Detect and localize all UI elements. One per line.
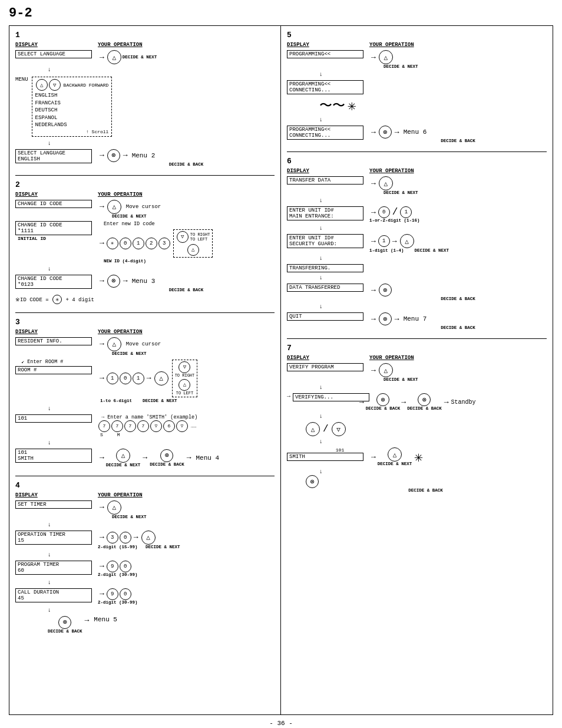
s6-back-btn1: ⊗: [379, 284, 392, 297]
s6-back-label1: DECIDE & BACK: [369, 297, 547, 301]
section-6-headers: DISPLAY YOUR OPERATION: [287, 168, 547, 174]
s2-enter-note: Enter new ID code: [104, 221, 275, 227]
page-footer: - 36 -: [9, 720, 553, 727]
s1-arrow2: →: [100, 151, 104, 160]
op-label-6: YOUR OPERATION: [369, 168, 414, 174]
section-6: 6 DISPLAY YOUR OPERATION TRANSFER DATA →…: [287, 157, 547, 330]
s1-display1: SELECT LANGUAGE: [15, 50, 98, 58]
s6-back-btn2: ⊗: [379, 312, 392, 325]
s6-box3: ENTER UNIT ID# SECURITY GUARD:: [287, 234, 363, 248]
section-4-headers: DISPLAY YOUR OPERATION: [15, 492, 275, 498]
s3-move-note: Move cursor: [126, 341, 161, 347]
section-3-headers: DISPLAY YOUR OPERATION: [15, 329, 275, 335]
page-title: 9-2: [9, 6, 553, 21]
s1-decide-label1: DECIDE & NEXT: [123, 55, 157, 60]
s7-arrow3: →: [401, 398, 406, 407]
s7-back-label2: DECIDE & BACK: [407, 406, 442, 411]
section-4: 4 DISPLAY YOUR OPERATION SET TIMER → △: [15, 481, 275, 634]
left-column: 1 DISPLAY YOUR OPERATION SELECT LANGUAGE…: [9, 26, 281, 714]
s3-digit-label: 1-to 6-digit DECIDE & NEXT: [100, 398, 275, 403]
s6-step2: ENTER UNIT ID# MAIN ENTRANCE: → 0 / 1 1-…: [287, 206, 547, 223]
s6-down4: ↓: [319, 275, 547, 281]
s6-btn0: 0: [378, 206, 390, 218]
s4-arrow4: →: [100, 562, 104, 571]
section-2: 2 DISPLAY YOUR OPERATION CHANGE ID CODE …: [15, 180, 275, 304]
s6-display3: ENTER UNIT ID# SECURITY GUARD:: [287, 234, 369, 248]
s7-dn-btn: ▽: [332, 422, 346, 436]
s4-display3: PROGRAM TIMER 60: [15, 561, 98, 575]
s4-op2: → 3 0 → △ 2-digit (15-99) DECIDE & NEXT: [98, 531, 275, 549]
s6-step3: ENTER UNIT ID# SECURITY GUARD: → 1 → △ 1…: [287, 234, 547, 253]
s5-box2: PROGRAMMING<< CONNECTING...: [287, 80, 363, 94]
s5-arrow4: →: [395, 128, 399, 137]
s6-down1: ↓: [319, 197, 547, 204]
s3-arrow6: →: [187, 453, 191, 462]
op-label-7: YOUR OPERATION: [369, 355, 414, 361]
s5-down2: ↓: [319, 117, 547, 123]
s3-arrow2: →: [100, 374, 104, 383]
op-label-5: YOUR OPERATION: [369, 42, 414, 48]
s3-arrow5: →: [143, 453, 147, 462]
s5-down1: ↓: [319, 71, 547, 78]
display-label-3: DISPLAY: [15, 329, 98, 335]
s3-decide-btn1: △: [107, 337, 121, 351]
s6-step5: DATA TRANSFERRED → ⊗ DECIDE & BACK: [287, 284, 547, 301]
s7-op1: → △ DECIDE & NEXT: [369, 363, 547, 382]
s3-btn1b: 1: [133, 373, 144, 384]
s4-op1: → △ DECIDE & NEXT: [98, 500, 275, 519]
s7-box4: SMITH: [287, 453, 363, 461]
s7-decide-btn2: △: [388, 447, 402, 462]
s2-newid-btns: → ✳ 0 1 2 3 ▽ TO RIGHTTO LEFT: [98, 228, 275, 259]
s4-decide-label1: DECIDE & NEXT: [112, 515, 147, 519]
display-label-7: DISPLAY: [287, 355, 369, 361]
s7-op4: → △ DECIDE & NEXT ✳: [369, 447, 547, 466]
s2-btn0: 0: [120, 238, 131, 249]
s7-step1: VERIFY PROGRAM → △ DECIDE & NEXT: [287, 363, 547, 382]
s3-s1: 7: [98, 420, 110, 432]
s6-arrow3: →: [371, 237, 376, 246]
s4-arrow6: →: [85, 616, 90, 625]
s2-up-btn: △: [187, 244, 199, 256]
s6-step1: TRANSFER DATA → △ DECIDE & NEXT: [287, 176, 547, 195]
s2-back-label: DECIDE & BACK: [98, 288, 275, 292]
s1-menu-dir: BACKWARD FORWARD: [64, 83, 109, 88]
op-label-4: YOUR OPERATION: [98, 492, 143, 498]
s4-step4: CALL DURATION 45 → 9 0 2-digit (30-99): [15, 588, 275, 605]
s1-step2: SELECT LANGUAGE ENGLISH → ⊗ → Menu 2 DEC…: [15, 149, 275, 167]
s6-down3: ↓: [319, 255, 547, 262]
s6-box1: TRANSFER DATA: [287, 176, 363, 185]
s4-down4: ↓: [48, 607, 275, 614]
s6-decide-btn2: △: [400, 234, 414, 248]
s5-wavy-row: 〜〜 ✳: [319, 97, 547, 114]
s4-step3: PROGRAM TIMER 60 → 9 0 2-digit (30-99): [15, 561, 275, 577]
s7-back-btn3: ⊗: [306, 475, 319, 488]
s4-box3: PROGRAM TIMER 60: [15, 561, 92, 575]
s3-room-row: ↙ Enter ROOM # ROOM # → 1 0 1 → △: [15, 358, 275, 403]
s5-arrow1: →: [371, 53, 376, 62]
s2-op1-row: → △ Move cursor: [98, 200, 161, 214]
s7-down1: ↓: [319, 384, 547, 391]
div-2-3: [15, 312, 275, 313]
s4-menu5-row: ⊗ DECIDE & BACK → Menu 5: [48, 616, 275, 634]
s7-back2-wrap: ⊗ DECIDE & BACK: [407, 393, 442, 411]
s4-arrow1: →: [100, 503, 104, 512]
s4-arrow3: →: [134, 533, 138, 542]
s2-display1: CHANGE ID CODE: [15, 200, 98, 208]
section-2-headers: DISPLAY YOUR OPERATION: [15, 192, 275, 197]
s2-display2-wrap: CHANGE ID CODE *1111 INITIAL ID: [15, 221, 98, 242]
div-5-6: [287, 151, 547, 152]
s7-decide-btn1: △: [379, 363, 393, 377]
s5-box1: PROGRAMMING<<: [287, 50, 363, 58]
s4-menu5: Menu 5: [94, 616, 117, 623]
s4-arrow2: →: [100, 533, 104, 542]
s7-decide-wrap: △ DECIDE & NEXT: [378, 447, 412, 466]
s3-dn-btn: ▽: [178, 361, 190, 373]
s7-room-label: 101: [310, 447, 369, 453]
s1-box2: SELECT LANGUAGE ENGLISH: [15, 149, 92, 163]
s6-decide-btn1: △: [379, 176, 393, 190]
s2-down1: ↓: [48, 266, 275, 272]
s6-box2: ENTER UNIT ID# MAIN ENTRANCE:: [287, 206, 363, 220]
section-1-headers: DISPLAY YOUR OPERATION: [15, 42, 275, 48]
s2-dn-btn: ▽: [177, 231, 189, 243]
s3-toleft: TO LEFT: [175, 391, 195, 396]
